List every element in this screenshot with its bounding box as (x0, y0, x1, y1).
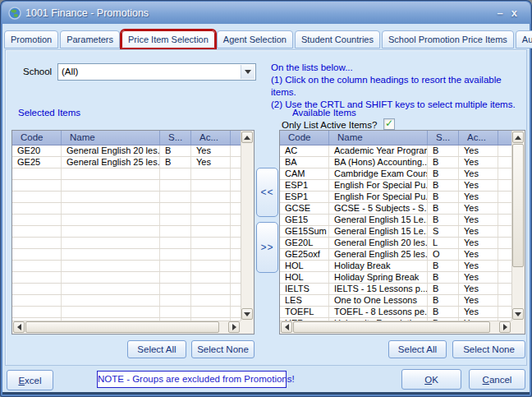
scroll-up-icon[interactable] (241, 132, 253, 143)
scroll-right-icon[interactable] (228, 321, 240, 333)
screen: 1001 Finance - Promotions – x Promotion … (0, 0, 532, 397)
column-header-s[interactable]: S... (428, 131, 459, 145)
cell: O (428, 249, 459, 260)
scroll-right-icon[interactable] (499, 321, 511, 333)
table-row[interactable]: HOLHoliday BreakBYes (280, 261, 511, 272)
table-row[interactable]: ESP1English For Special Pu...BYes (280, 180, 511, 192)
cell: HOL (280, 261, 329, 271)
cell: B (428, 203, 459, 214)
available-select-all-button[interactable]: Select All (388, 340, 447, 358)
horizontal-scroll-thumb[interactable] (25, 321, 219, 333)
cell: B (428, 157, 459, 168)
selected-select-all-button[interactable]: Select All (127, 340, 186, 358)
table-row-empty (12, 238, 241, 249)
table-row[interactable]: GCSEGCSE - 5 Subjects - S...BYes (280, 203, 511, 215)
cell: GE25 (12, 157, 62, 168)
table-row[interactable]: TOEFLTOEFL - 8 Lessons pe...BYes (280, 307, 511, 318)
table-row-empty (12, 168, 241, 180)
cell: One to One Lessons (329, 295, 428, 306)
table-row[interactable]: LESOne to One LessonsBYes (280, 295, 511, 307)
cell: TOEFL (280, 307, 329, 317)
move-to-available-button[interactable]: >> (256, 222, 278, 273)
table-row[interactable]: ESP1English For Special Pu...BYes (280, 192, 511, 203)
window-title: 1001 Finance - Promotions (25, 7, 149, 19)
cell: BA (Hons) Accounting... (329, 157, 428, 168)
cell-filler (498, 157, 511, 168)
table-row[interactable]: BABA (Hons) Accounting...BYes (280, 157, 511, 168)
cell: AC (280, 145, 329, 156)
dropdown-arrow-icon[interactable] (241, 65, 255, 79)
cell-filler (231, 295, 241, 306)
move-right-icon: >> (260, 242, 273, 253)
ok-button[interactable]: OK (401, 369, 461, 390)
table-row[interactable]: GE15General English 15 Le...BYes (280, 215, 511, 226)
tab-agent-selection[interactable]: Agent Selection (217, 30, 293, 48)
scroll-up-icon[interactable] (512, 132, 524, 143)
tab-promotion[interactable]: Promotion (4, 30, 58, 48)
column-header-ac[interactable]: Ac... (191, 131, 231, 145)
cell-filler (498, 226, 511, 237)
column-header-code[interactable]: Code (12, 131, 62, 145)
scroll-down-icon[interactable] (512, 308, 524, 320)
table-row[interactable]: IELTSIELTS - 15 Lessons p...BYes (280, 284, 511, 295)
tab-school-promotion-price-items[interactable]: School Promotion Price Items (382, 30, 514, 48)
selected-select-none-button[interactable]: Select None (191, 340, 255, 358)
cell (191, 192, 231, 202)
app-globe-icon (8, 7, 21, 20)
tab-student-countries[interactable]: Student Countries (295, 30, 380, 48)
cell-filler (231, 192, 241, 202)
tab-audit[interactable]: Audit (516, 30, 532, 48)
table-row[interactable]: GE25oxfGeneral English 25 les...OYes (280, 249, 511, 261)
cell-filler (231, 215, 241, 225)
column-header-code[interactable]: Code (280, 131, 329, 145)
scroll-down-icon[interactable] (241, 308, 253, 320)
only-list-active-items-checkbox[interactable]: ✓ (383, 118, 395, 130)
cell: B (428, 168, 459, 179)
cell: L (428, 238, 459, 248)
available-select-none-button[interactable]: Select None (452, 340, 525, 358)
cell (12, 192, 62, 202)
cell (160, 215, 191, 225)
table-row[interactable]: HOLHoliday Spring BreakBYes (280, 272, 511, 284)
column-header-name[interactable]: Name (62, 131, 160, 145)
cell (160, 238, 191, 248)
table-row[interactable]: GE20General English 20 les...BYes (12, 145, 241, 157)
cell (62, 272, 160, 283)
table-row[interactable]: ACAcademic Year ProgramBYes (280, 145, 511, 157)
tab-parameters[interactable]: Parameters (60, 30, 120, 48)
cell (62, 226, 160, 237)
cell-filler (498, 272, 511, 283)
cell (12, 249, 62, 260)
cell (62, 284, 160, 294)
column-header-ac[interactable]: Ac... (459, 131, 498, 145)
scroll-left-icon[interactable] (13, 321, 25, 333)
cell: Yes (459, 272, 498, 283)
column-header-name[interactable]: Name (329, 131, 428, 145)
move-to-selected-button[interactable]: << (256, 168, 278, 217)
cell-filler (498, 145, 511, 156)
table-row[interactable]: GE25General English 25 les...BYes (12, 157, 241, 168)
cancel-button[interactable]: Cancel (469, 369, 525, 390)
available-items-list[interactable]: Code Name S... Ac... ACAcademic Year Pro… (279, 130, 525, 335)
instructions-intro: On the lists below... (271, 62, 519, 74)
column-header-s[interactable]: S... (160, 131, 191, 145)
table-row[interactable]: GE15SumGeneral English 15 Le...SYes (280, 226, 511, 238)
cell: General English 25 les... (62, 157, 160, 168)
available-items-rows: ACAcademic Year ProgramBYesBABA (Hons) A… (280, 145, 511, 321)
cell: GE15Sum (280, 226, 329, 237)
minimize-button[interactable]: – (498, 7, 503, 20)
cell: B (160, 157, 191, 168)
cell-filler (498, 284, 511, 294)
close-button[interactable]: x (511, 7, 517, 20)
selected-items-list[interactable]: Code Name S... Ac... GE20General English… (11, 130, 255, 335)
excel-button[interactable]: Excel (7, 370, 53, 390)
table-row[interactable]: GE20LGeneral English 20 les...LYes (280, 238, 511, 249)
tab-price-item-selection[interactable]: Price Item Selection (122, 30, 215, 48)
horizontal-scroll-thumb[interactable] (293, 321, 490, 333)
school-select[interactable]: (All) (57, 63, 256, 81)
vertical-scroll-thumb[interactable] (512, 144, 524, 267)
table-row[interactable]: CAMCambridge Exam CourseBYes (280, 168, 511, 180)
scroll-left-icon[interactable] (281, 321, 292, 333)
cell (62, 238, 160, 248)
cell (12, 238, 62, 248)
